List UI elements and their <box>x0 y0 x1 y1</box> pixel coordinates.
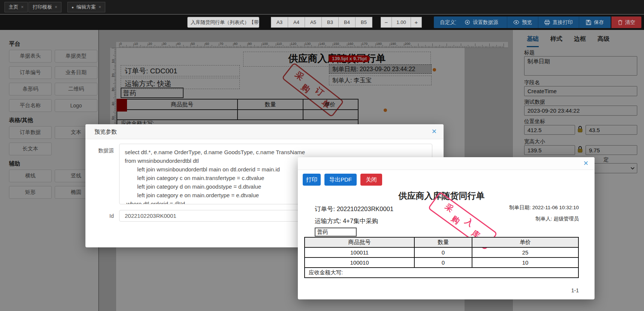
preview-table-row: 100011 0 25 <box>305 248 578 258</box>
zoom-group: − 1.00 + <box>381 17 422 28</box>
cell-batch: 100011 <box>305 248 415 257</box>
preview-order-no: 订单号: 2022102203RK0001 <box>315 205 393 213</box>
preview-button[interactable]: 预览 <box>507 16 538 28</box>
paper-size-b4[interactable]: B4 <box>338 17 356 28</box>
direct-print-button[interactable]: 直接打印 <box>538 16 579 28</box>
printer-icon <box>544 20 550 25</box>
sql-line: select dtl.*, e.name OrderType, d.name G… <box>125 148 427 156</box>
cell-qty: 0 <box>415 248 472 257</box>
preview-eye-icon <box>513 20 519 25</box>
close-icon[interactable]: ✕ <box>432 128 437 135</box>
id-label: Id <box>109 213 114 219</box>
cell-price: 25 <box>472 248 578 257</box>
tab-close-icon[interactable]: × <box>21 4 24 10</box>
preview-table-row: 100010 0 10 <box>305 258 578 268</box>
direct-print-label: 直接打印 <box>553 19 573 26</box>
tab-print-template-label: 打印模板 <box>33 4 52 10</box>
set-datasource-button[interactable]: 设置数据源 <box>456 16 507 28</box>
tab-edit-scheme[interactable]: ● 编辑方案 × <box>67 2 105 12</box>
set-datasource-label: 设置数据源 <box>473 19 498 26</box>
export-pdf-button[interactable]: 导出PDF <box>324 174 357 186</box>
paper-size-b5[interactable]: B5 <box>355 17 372 28</box>
tab-bar: 主页 × 打印模板 × ● 编辑方案 × <box>0 0 644 14</box>
preview-table-header-row: 商品批号 数量 单价 <box>305 238 578 248</box>
tab-edit-scheme-label: 编辑方案 <box>76 4 96 10</box>
toolbar: 入库随货同行单（列表式）【带 A3 A4 A5 B3 B4 B5 − 1.00 … <box>0 15 644 30</box>
preview-table-footer-row: 应收金额大写: <box>305 268 578 277</box>
preview-created-by: 制单人: 超级管理员 <box>535 216 579 222</box>
cell-batch: 100010 <box>305 258 415 267</box>
preview-drug-type: 普药 <box>315 228 357 237</box>
preview-col-price: 单价 <box>472 238 578 247</box>
zoom-out-button[interactable]: − <box>381 17 392 28</box>
paper-size-b3[interactable]: B3 <box>321 17 339 28</box>
tab-print-template[interactable]: 打印模板 × <box>28 2 61 12</box>
preview-col-qty: 数量 <box>415 238 472 247</box>
zoom-value: 1.00 <box>391 17 411 28</box>
print-button[interactable]: 打印 <box>303 174 321 186</box>
zoom-in-button[interactable]: + <box>411 17 422 28</box>
preview-transport: 运输方式: 4+7集中采购 <box>315 217 378 225</box>
active-dot-icon: ● <box>72 5 74 9</box>
paper-size-group: A3 A4 A5 B3 B4 B5 <box>271 17 372 28</box>
tab-home[interactable]: 主页 × <box>4 2 28 12</box>
save-button[interactable]: 保存 <box>579 16 611 28</box>
close-button[interactable]: 关闭 <box>360 174 382 186</box>
tab-close-icon[interactable]: × <box>55 4 57 10</box>
print-preview-header: ✕ <box>298 157 595 170</box>
preview-created-date: 制单日期: 2022-11-06 10:32:10 <box>509 204 579 211</box>
clear-button[interactable]: 清空 <box>611 16 641 28</box>
print-preview-modal: ✕ 打印 导出PDF 关闭 供应商入库随货同行单 订单号: 2022102203… <box>298 157 595 299</box>
paper-size-a3[interactable]: A3 <box>271 17 288 28</box>
datasource-eye-icon <box>465 19 470 25</box>
tab-close-icon[interactable]: × <box>99 4 101 10</box>
paper-size-a4[interactable]: A4 <box>288 17 305 28</box>
preview-params-header: 预览参数 ✕ <box>85 124 444 139</box>
tab-home-label: 主页 <box>9 4 18 10</box>
clear-label: 清空 <box>625 19 635 26</box>
paper-size-a5[interactable]: A5 <box>305 17 322 28</box>
save-label: 保存 <box>594 19 604 26</box>
preview-table: 商品批号 数量 单价 100011 0 25 100010 0 10 应收金额大… <box>304 237 579 278</box>
trash-icon <box>618 20 623 25</box>
cell-qty: 0 <box>415 258 472 267</box>
preview-table-footer: 应收金额大写: <box>305 268 347 277</box>
datasource-label: 数据源 <box>98 147 114 154</box>
app-window: 主页 × 打印模板 × ● 编辑方案 × 入库随货同行单（列表式）【带 A3 A… <box>0 0 644 311</box>
preview-params-title: 预览参数 <box>94 128 117 135</box>
template-select[interactable]: 入库随货同行单（列表式）【带 <box>187 17 259 28</box>
preview-label: 预览 <box>522 19 532 26</box>
save-icon <box>586 20 591 25</box>
cell-price: 10 <box>472 258 578 267</box>
preview-col-batch: 商品批号 <box>305 238 415 247</box>
page-indicator: 1-1 <box>571 287 579 293</box>
close-icon[interactable]: ✕ <box>583 159 589 167</box>
toolbar-actions: 设置数据源 预览 直接打印 保存 <box>456 16 641 28</box>
